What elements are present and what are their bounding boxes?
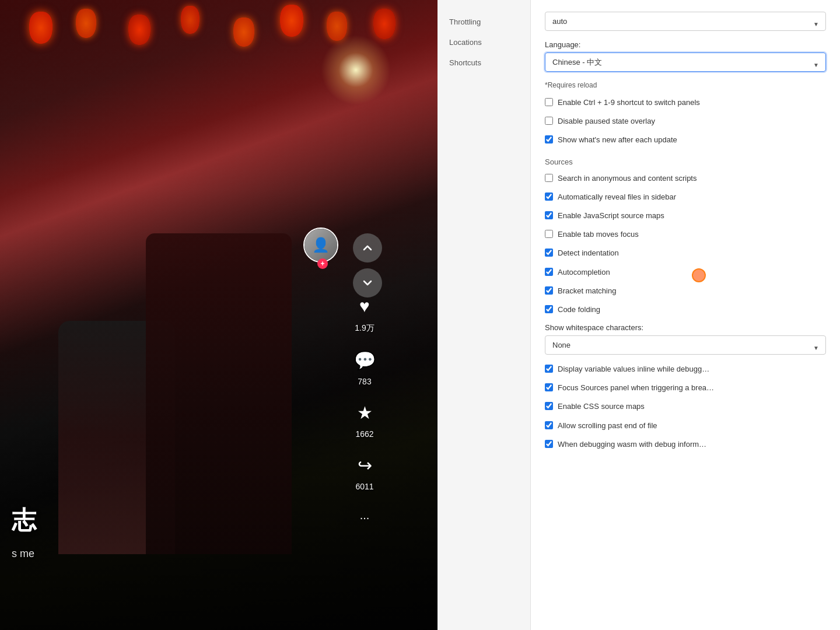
checkbox-bracket-matching[interactable]: Bracket matching: [545, 286, 826, 296]
appearance-dropdown-wrapper: auto light dark: [545, 12, 826, 36]
js-source-maps-checkbox[interactable]: [545, 211, 553, 219]
sources-section-header: Sources: [545, 158, 826, 166]
settings-sidebar: Throttling Locations Shortcuts: [438, 0, 531, 630]
show-new-label: Show what's new after each update: [558, 135, 677, 145]
bracket-matching-label: Bracket matching: [558, 286, 616, 296]
checkbox-ctrl19[interactable]: Enable Ctrl + 1-9 shortcut to switch pan…: [545, 97, 826, 108]
appearance-dropdown[interactable]: auto light dark: [545, 12, 826, 31]
checkbox-tab-moves-focus[interactable]: Enable tab moves focus: [545, 229, 826, 240]
checkbox-wasm-debug[interactable]: When debugging wasm with debug inform…: [545, 439, 826, 450]
star-action[interactable]: ★ 1662: [350, 398, 379, 439]
checkbox-js-source-maps[interactable]: Enable JavaScript source maps: [545, 211, 826, 221]
checkbox-enable-css-maps[interactable]: Enable CSS source maps: [545, 401, 826, 412]
tab-moves-focus-checkbox[interactable]: [545, 230, 553, 238]
ctrl19-checkbox[interactable]: [545, 98, 553, 106]
share-icon[interactable]: ↪: [350, 450, 379, 480]
enable-css-maps-label: Enable CSS source maps: [558, 401, 645, 412]
settings-content: auto light dark Language: Chinese - 中文 E…: [531, 0, 840, 630]
language-dropdown[interactable]: Chinese - 中文 English Japanese Korean: [545, 52, 826, 72]
autocompletion-checkbox[interactable]: [545, 268, 553, 276]
whitespace-dropdown-wrapper: None All Trailing: [545, 335, 826, 359]
sidebar-item-shortcuts[interactable]: Shortcuts: [438, 52, 530, 73]
sidebar-item-throttling[interactable]: Throttling: [438, 12, 530, 32]
share-count: 6011: [355, 482, 373, 491]
checkbox-auto-reveal[interactable]: Automatically reveal files in sidebar: [545, 192, 826, 202]
disable-paused-label: Disable paused state overlay: [558, 116, 655, 127]
disable-paused-checkbox[interactable]: [545, 117, 553, 125]
code-folding-label: Code folding: [558, 304, 600, 315]
show-new-checkbox[interactable]: [545, 135, 553, 144]
checkbox-disable-paused[interactable]: Disable paused state overlay: [545, 116, 826, 127]
share-action[interactable]: ↪ 6011: [350, 450, 379, 491]
comment-action[interactable]: 💬 783: [350, 345, 379, 386]
wasm-debug-label: When debugging wasm with debug inform…: [558, 439, 706, 450]
display-var-values-checkbox[interactable]: [545, 365, 553, 373]
video-chinese-text: 志: [12, 504, 36, 537]
show-whitespace-label: Show whitespace characters:: [545, 323, 826, 332]
checkbox-detect-indent[interactable]: Detect indentation: [545, 248, 826, 258]
auto-reveal-label: Automatically reveal files in sidebar: [558, 192, 676, 202]
focus-sources-break-label: Focus Sources panel when triggering a br…: [558, 383, 714, 393]
scroll-up-button[interactable]: [353, 233, 382, 262]
whitespace-dropdown[interactable]: None All Trailing: [545, 335, 826, 355]
like-count: 1.9万: [355, 323, 374, 334]
code-folding-checkbox[interactable]: [545, 305, 553, 313]
detect-indent-label: Detect indentation: [558, 248, 619, 258]
language-dropdown-wrapper: Chinese - 中文 English Japanese Korean: [545, 52, 826, 76]
video-subtext: s me: [12, 548, 34, 560]
star-count: 1662: [355, 429, 373, 439]
video-area: 志 s me 👤 + ♥ 1.9万 💬 783 ★ 1662 ↪ 6011 ..…: [0, 0, 438, 630]
more-options[interactable]: ...: [360, 509, 370, 522]
comment-icon[interactable]: 💬: [350, 345, 379, 374]
allow-scroll-past-label: Allow scrolling past end of file: [558, 421, 657, 431]
ctrl19-label: Enable Ctrl + 1-9 shortcut to switch pan…: [558, 97, 700, 108]
star-icon[interactable]: ★: [350, 398, 379, 427]
comment-count: 783: [358, 377, 371, 386]
wasm-debug-checkbox[interactable]: [545, 440, 553, 448]
checkbox-code-folding[interactable]: Code folding: [545, 304, 826, 315]
js-source-maps-label: Enable JavaScript source maps: [558, 211, 664, 221]
like-action[interactable]: ♥ 1.9万: [350, 292, 379, 334]
focus-sources-break-checkbox[interactable]: [545, 383, 553, 391]
display-var-values-label: Display variable values inline while deb…: [558, 364, 709, 374]
sidebar-item-locations[interactable]: Locations: [438, 32, 530, 52]
allow-scroll-past-checkbox[interactable]: [545, 421, 553, 429]
action-buttons: ♥ 1.9万 💬 783 ★ 1662 ↪ 6011 ...: [350, 292, 379, 522]
checkbox-show-new[interactable]: Show what's new after each update: [545, 135, 826, 145]
follow-button[interactable]: +: [317, 258, 328, 269]
checkbox-autocompletion[interactable]: Autocompletion: [545, 267, 826, 278]
checkbox-search-anon[interactable]: Search in anonymous and content scripts: [545, 173, 826, 184]
tab-moves-focus-label: Enable tab moves focus: [558, 229, 639, 240]
checkbox-allow-scroll-past[interactable]: Allow scrolling past end of file: [545, 421, 826, 431]
auto-reveal-checkbox[interactable]: [545, 192, 553, 201]
checkbox-focus-sources-break[interactable]: Focus Sources panel when triggering a br…: [545, 383, 826, 393]
search-anon-label: Search in anonymous and content scripts: [558, 173, 696, 184]
settings-panel: Throttling Locations Shortcuts auto ligh…: [438, 0, 840, 630]
autocompletion-label: Autocompletion: [558, 267, 610, 278]
cursor-indicator: [692, 268, 706, 282]
bracket-matching-checkbox[interactable]: [545, 286, 553, 295]
search-anon-checkbox[interactable]: [545, 174, 553, 182]
requires-reload-label: *Requires reload: [545, 81, 826, 89]
like-icon[interactable]: ♥: [350, 292, 379, 321]
detect-indent-checkbox[interactable]: [545, 249, 553, 257]
language-label: Language:: [545, 40, 826, 49]
checkbox-display-var-values[interactable]: Display variable values inline while deb…: [545, 364, 826, 374]
enable-css-maps-checkbox[interactable]: [545, 402, 553, 410]
avatar[interactable]: 👤: [303, 228, 338, 262]
